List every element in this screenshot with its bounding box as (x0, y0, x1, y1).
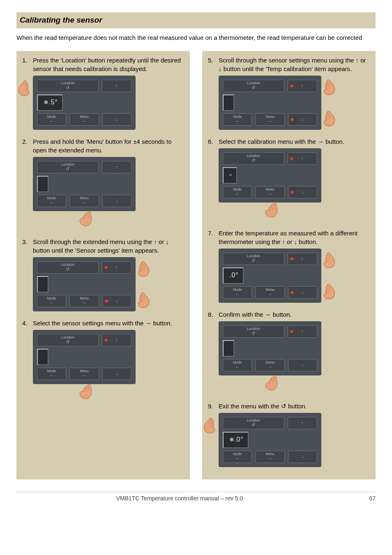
arrow-right-icon: → (82, 200, 86, 205)
arrow-left-icon: ← (235, 292, 240, 297)
lcd-display (223, 340, 234, 357)
lcd-display: ❄ .0° (223, 432, 249, 448)
up-button[interactable]: ↑ (102, 80, 131, 92)
up-button[interactable]: ↑ (102, 334, 131, 346)
down-button[interactable]: ↓ (102, 113, 131, 126)
down-button[interactable]: ↓ (288, 113, 317, 126)
location-button[interactable]: Location ↺ (223, 152, 284, 165)
location-button[interactable]: Location ↺ (223, 417, 284, 429)
down-button[interactable]: ↓ (288, 451, 317, 463)
arrow-right-icon: → (267, 292, 272, 297)
controller-panel-illustration: Location ↺ ↑ Mode ← Menu (219, 76, 321, 130)
arrow-right-icon: → (267, 456, 272, 461)
up-button[interactable]: ↑ (288, 80, 317, 92)
mode-button[interactable]: Mode ← (223, 113, 252, 126)
step-text: Select the calibration menu with the → b… (219, 137, 370, 146)
controller-panel: Location ↺ ↑ Mode ← Menu (219, 321, 321, 375)
down-button[interactable]: ↓ (102, 295, 131, 307)
display-value: .5° (48, 98, 58, 107)
location-button[interactable]: Location ↺ (37, 334, 99, 346)
mode-button[interactable]: Mode ← (37, 113, 66, 126)
heading-text: Calibrating the sensor (20, 15, 372, 26)
down-button[interactable]: ↓ (288, 359, 317, 371)
menu-button[interactable]: Menu → (255, 359, 284, 371)
down-button[interactable]: ↓ (102, 368, 131, 380)
arrow-down-icon: ↓ (116, 117, 118, 122)
controller-panel-illustration: Location ↺ ↑ Mode ← Menu (33, 257, 136, 311)
step-text: Press and hold the 'Menu' button for ±4 … (33, 137, 184, 154)
location-button[interactable]: Location ↺ (37, 261, 99, 274)
menu-button[interactable]: Menu → (255, 113, 284, 126)
instruction-step: 2. Press and hold the 'Menu' button for … (22, 137, 184, 230)
mode-button[interactable]: Mode ← (223, 359, 252, 371)
step-number: 7. (208, 229, 219, 237)
arrow-down-icon: ↓ (302, 290, 304, 295)
controller-panel: Location ↺ ↑ ❄ .5° Mode ← Menu (33, 76, 136, 130)
mode-button[interactable]: Mode ← (37, 295, 66, 307)
location-button[interactable]: Location ↺ (37, 80, 99, 92)
arrow-up-icon: ↑ (301, 156, 304, 161)
menu-button[interactable]: Menu → (69, 113, 99, 126)
back-icon: ↺ (251, 85, 255, 90)
down-button[interactable]: ↓ (288, 286, 317, 299)
instruction-step: 6. Select the calibration menu with the … (208, 137, 370, 221)
step-number: 9. (208, 402, 219, 410)
arrow-left-icon: ← (235, 119, 240, 124)
right-column: 5. Scroll through the sensor settings me… (202, 51, 376, 479)
back-icon: ↺ (66, 340, 69, 344)
up-button[interactable]: ↑ (102, 261, 131, 274)
menu-button[interactable]: Menu → (255, 451, 284, 463)
controller-panel: Location ↺ ↑ Mode ← Menu (33, 257, 136, 311)
up-button[interactable]: ↑ (102, 161, 131, 173)
step-number: 5. (208, 56, 219, 64)
arrow-up-icon: ↑ (301, 329, 304, 334)
mode-button[interactable]: Mode ← (223, 186, 252, 198)
lcd-display (223, 94, 234, 111)
arrow-up-icon: ↑ (115, 338, 118, 342)
menu-button[interactable]: Menu → (255, 286, 284, 299)
location-button[interactable]: Location ↺ (223, 253, 284, 265)
arrow-up-icon: ↑ (115, 265, 118, 269)
mode-button[interactable]: Mode ← (223, 451, 252, 463)
arrow-down-icon: ↓ (116, 371, 118, 376)
controller-panel-illustration: Location ↺ ↑ .0° Mode ← Menu (219, 249, 321, 303)
arrow-down-icon: ↓ (116, 299, 118, 303)
arrow-left-icon: ← (235, 365, 240, 369)
two-column-layout: 1. Press the 'Location' button repeatedl… (16, 51, 376, 479)
menu-button[interactable]: Menu → (255, 186, 284, 198)
location-button[interactable]: Location ↺ (37, 161, 99, 173)
arrow-left-icon: ← (49, 200, 54, 205)
mode-button[interactable]: Mode ← (223, 286, 252, 299)
arrow-down-icon: ↓ (302, 117, 304, 122)
down-button[interactable]: ↓ (288, 186, 317, 198)
menu-button[interactable]: Menu → (69, 295, 99, 307)
location-button[interactable]: Location ↺ (223, 325, 284, 338)
up-button[interactable]: ↑ (288, 152, 317, 165)
up-button[interactable]: ↑ (288, 325, 317, 338)
up-button[interactable]: ↑ (288, 253, 317, 265)
footer-title: VMB1TC Temperature controller manual – r… (16, 495, 343, 503)
location-button[interactable]: Location ↺ (223, 80, 284, 92)
controller-panel: Location ↺ ↑ Mode ← Menu (33, 157, 136, 211)
down-button[interactable]: ↓ (102, 195, 131, 207)
step-text: Confirm with the → button. (219, 310, 370, 319)
up-button[interactable]: ↑ (288, 417, 317, 429)
menu-button[interactable]: Menu → (69, 368, 99, 380)
instruction-step: 5. Scroll through the sensor settings me… (208, 56, 370, 130)
instruction-step: 9. Exit the menu with the ↺ button. Loca… (208, 402, 370, 467)
arrow-down-icon: ↓ (302, 190, 304, 194)
mode-button[interactable]: Mode ← (37, 368, 66, 380)
controller-panel-illustration: Location ↺ ↑ ▫ Mode ← Menu (219, 148, 321, 203)
arrow-left-icon: ← (49, 301, 54, 305)
back-icon: ↺ (66, 85, 69, 90)
arrow-up-icon: ↑ (301, 421, 304, 425)
back-icon: ↺ (66, 167, 69, 171)
controller-panel-illustration: Location ↺ ↑ ❄ .0° Mode ← Menu (219, 413, 321, 467)
menu-button[interactable]: Menu → (69, 195, 99, 207)
arrow-down-icon: ↓ (302, 363, 304, 367)
lcd-display (37, 349, 48, 365)
arrow-up-icon: ↑ (301, 83, 304, 88)
back-icon: ↺ (66, 267, 69, 272)
lcd-display (37, 276, 48, 292)
mode-button[interactable]: Mode ← (37, 195, 66, 207)
